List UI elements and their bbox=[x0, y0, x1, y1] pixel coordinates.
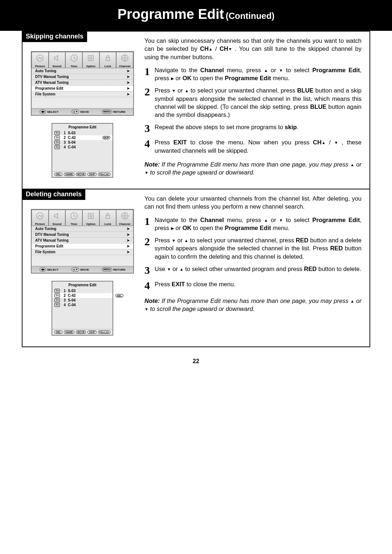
triangle-up-icon: ▲ bbox=[322, 140, 326, 145]
osd-hint-move: ▲▼MOVE bbox=[72, 110, 89, 114]
chlist-btn-skip: SKIP bbox=[87, 331, 96, 334]
chevron-right-icon: ➤ bbox=[127, 250, 130, 254]
chlist-row: TV1S-03 bbox=[52, 288, 113, 293]
channel-list-skip: Programme Edit TV1S-03 TV2C-42SKIP TV3S-… bbox=[52, 123, 113, 178]
time-icon bbox=[70, 212, 78, 220]
lock-icon bbox=[103, 212, 112, 220]
intro-text: You can skip unnecessary channels so tha… bbox=[144, 37, 362, 61]
osd-item: Auto Tuning➤ bbox=[32, 226, 133, 232]
chevron-right-icon: ➤ bbox=[127, 238, 130, 242]
del-badge: DEL bbox=[115, 294, 123, 297]
chlist-title: Programme Edit bbox=[52, 124, 113, 131]
section-skipping: Skipping channels Picture Sound Time Opt… bbox=[23, 32, 369, 189]
note-text: Note: If the Programme Edit menu has mor… bbox=[144, 297, 362, 313]
chlist-btn-name: NAME bbox=[64, 331, 74, 334]
chlist-row: TV3S-04 bbox=[52, 298, 113, 303]
step-4: 4 Press EXIT to close the menu. Now when… bbox=[144, 138, 362, 155]
chevron-right-icon: ➤ bbox=[127, 81, 130, 85]
channel-icon bbox=[121, 212, 129, 220]
osd-hint-select: ◀▶SELECT bbox=[40, 267, 59, 272]
osd-item-selected: Programme Edit➤ bbox=[32, 86, 133, 91]
triangle-down-icon: ▼ bbox=[334, 140, 338, 145]
chlist-title: Programme Edit bbox=[52, 282, 113, 288]
skip-badge: SKIP bbox=[102, 136, 110, 139]
page-title-main: Programme Edit bbox=[118, 7, 224, 22]
triangle-down-icon: ▼ bbox=[228, 46, 232, 52]
osd-item: File System➤ bbox=[32, 91, 133, 97]
picture-icon bbox=[36, 212, 44, 220]
step-4: 4 Press EXIT to close the menu. bbox=[144, 280, 362, 291]
chlist-btn-del: DEL bbox=[54, 173, 62, 176]
osd-item: Auto Tuning➤ bbox=[32, 68, 133, 74]
channel-icon bbox=[121, 54, 129, 62]
chevron-right-icon: ➤ bbox=[127, 75, 130, 79]
osd-tab-lock: Lock bbox=[99, 210, 117, 226]
chevron-right-icon: ➤ bbox=[127, 233, 130, 237]
osd-item: ATV Manual Tuning➤ bbox=[32, 238, 133, 243]
step-1: 1 Navigate to the Channel menu, press ▲ … bbox=[144, 216, 362, 232]
osd-item: File System➤ bbox=[32, 249, 133, 255]
osd-tab-option: Option bbox=[82, 210, 99, 226]
chevron-right-icon: ➤ bbox=[127, 86, 130, 90]
time-icon bbox=[70, 54, 78, 62]
chlist-btn-fav: Fav.List bbox=[98, 331, 110, 334]
svg-rect-2 bbox=[88, 56, 93, 61]
chlist-row-selected: TV2C-42 DEL bbox=[52, 293, 113, 298]
osd-tab-time: Time bbox=[65, 52, 82, 68]
page-title-sub: (Continued) bbox=[226, 11, 275, 21]
osd-menu: Picture Sound Time Option Lock Channel A… bbox=[31, 209, 134, 274]
triangle-up-icon: ▲ bbox=[184, 238, 188, 243]
chlist-btn-fav: Fav.List bbox=[98, 173, 110, 176]
osd-item: DTV Manual Tuning➤ bbox=[32, 232, 133, 238]
chevron-right-icon: ➤ bbox=[127, 92, 130, 96]
osd-hint-select: ◀▶SELECT bbox=[40, 110, 59, 114]
triangle-up-icon: ▲ bbox=[209, 46, 213, 52]
intro-text: You can delete your unwanted channels fr… bbox=[144, 194, 362, 211]
triangle-down-icon: ▼ bbox=[279, 218, 283, 223]
chlist-btn-move: MOVE bbox=[76, 331, 86, 334]
step-3: 3 Use ▼ or ▲ to select other unwanted pr… bbox=[144, 265, 362, 276]
note-text: Note: If the Programme Edit menu has mor… bbox=[144, 160, 362, 177]
svg-rect-10 bbox=[106, 216, 110, 218]
triangle-down-icon: ▼ bbox=[144, 170, 148, 176]
triangle-right-icon: ▶ bbox=[171, 226, 174, 231]
osd-tab-sound: Sound bbox=[49, 210, 66, 226]
osd-item: DTV Manual Tuning➤ bbox=[32, 74, 133, 80]
triangle-down-icon: ▼ bbox=[279, 68, 283, 73]
chlist-btn-move: MOVE bbox=[76, 173, 86, 176]
triangle-right-icon: ▶ bbox=[171, 76, 174, 81]
chlist-row: TV1S-03 bbox=[52, 131, 113, 135]
triangle-down-icon: ▼ bbox=[172, 88, 176, 94]
step-2: 2 Press ▼ or ▲ to select your unwanted c… bbox=[144, 86, 362, 119]
osd-hint-return: MENURETURN bbox=[102, 267, 125, 272]
sound-icon bbox=[53, 212, 61, 220]
osd-tab-picture: Picture bbox=[32, 52, 49, 68]
osd-tab-sound: Sound bbox=[49, 52, 66, 68]
triangle-up-icon: ▲ bbox=[350, 299, 354, 304]
right-col-skipping: You can skip unnecessary channels so tha… bbox=[142, 32, 369, 189]
triangle-up-icon: ▲ bbox=[264, 68, 268, 73]
chevron-right-icon: ➤ bbox=[127, 244, 130, 248]
triangle-down-icon: ▼ bbox=[172, 238, 176, 243]
sound-icon bbox=[53, 54, 61, 62]
step-2: 2 Press ▼ or ▲ to select your unwanted c… bbox=[144, 236, 362, 260]
triangle-up-icon: ▲ bbox=[264, 218, 268, 223]
chlist-btn-skip: SKIP bbox=[87, 173, 96, 176]
page-number: 22 bbox=[0, 358, 392, 365]
option-icon bbox=[86, 212, 95, 220]
chlist-btn-name: NAME bbox=[64, 173, 74, 176]
svg-point-9 bbox=[90, 215, 92, 217]
section-deleting: Deleting channels Picture Sound Time Opt… bbox=[23, 189, 369, 346]
section-label-deleting: Deleting channels bbox=[22, 189, 85, 200]
triangle-down-icon: ▼ bbox=[144, 307, 148, 312]
channel-list-del: Programme Edit TV1S-03 TV2C-42 DEL TV3S-… bbox=[52, 281, 113, 336]
triangle-up-icon: ▲ bbox=[185, 88, 189, 94]
osd-tab-option: Option bbox=[82, 52, 99, 68]
chlist-row: TV4C-04 bbox=[52, 145, 113, 149]
section-label-skipping: Skipping channels bbox=[22, 31, 87, 42]
osd-tab-picture: Picture bbox=[32, 210, 49, 226]
osd-tab-channel: Channel bbox=[116, 52, 133, 68]
chlist-btn-del: DEL bbox=[54, 331, 62, 334]
triangle-down-icon: ▼ bbox=[167, 267, 171, 272]
osd-hint-move: ▲▼MOVE bbox=[72, 267, 89, 272]
